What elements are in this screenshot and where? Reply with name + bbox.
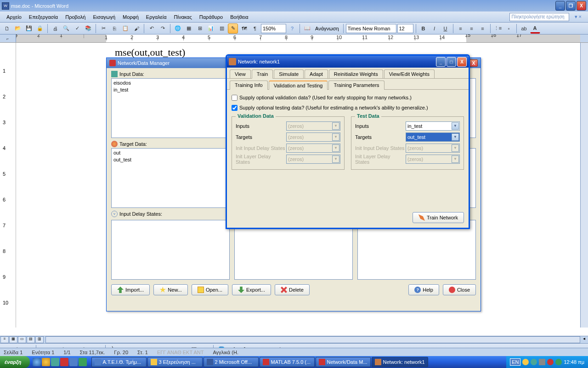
tables-borders-icon[interactable]: ▦ [184, 23, 194, 34]
web-view-icon[interactable]: ▦ [9, 336, 17, 343]
tab-training-params[interactable]: Training Parameters [328, 80, 384, 90]
start-button[interactable]: έναρξη [0, 356, 30, 368]
show-marks-icon[interactable]: ¶ [250, 23, 260, 34]
align-center-icon[interactable]: ≡ [467, 23, 477, 34]
tray-icon-4[interactable] [555, 359, 562, 365]
docmap-icon[interactable]: 🗺 [239, 23, 249, 34]
test-inputs-combo[interactable]: in_test▼ [406, 121, 460, 131]
network-minimize[interactable]: _ [436, 57, 446, 67]
menu-table[interactable]: Πίνακας [170, 13, 196, 21]
tab-view[interactable]: View [230, 69, 251, 78]
tray-icon-3[interactable] [547, 359, 554, 365]
taskbar-datamgr[interactable]: Network/Data M... [316, 357, 371, 367]
align-right-icon[interactable]: ≡ [478, 23, 488, 34]
taskbar-explorer[interactable]: 3 Εξερεύνηση ... [147, 357, 203, 367]
tray-icon-2[interactable] [531, 359, 537, 365]
align-left-icon[interactable]: ≡ [456, 23, 466, 34]
print-view-icon[interactable]: ▭ [18, 336, 26, 343]
taskbar-word[interactable]: 2 Microsoft Off... [204, 357, 259, 367]
paste-icon[interactable]: 📋 [120, 23, 130, 34]
tab-viewedit-weights[interactable]: View/Edit Weights [384, 69, 435, 78]
horizontal-scrollbar[interactable] [45, 336, 580, 343]
tray-lang[interactable]: EN [510, 358, 520, 366]
bold-icon[interactable]: B [418, 23, 429, 34]
menu-help[interactable]: Βοήθεια [226, 13, 252, 21]
menu-insert[interactable]: Εισαγωγή [89, 13, 119, 21]
open-icon[interactable]: 📂 [13, 23, 23, 34]
highlight-icon[interactable]: ab [519, 23, 529, 34]
window-restore[interactable]: ❐ [566, 1, 576, 11]
new-button[interactable]: New... [153, 284, 188, 295]
italic-icon[interactable]: I [430, 23, 440, 34]
validation-checkbox[interactable] [232, 95, 237, 101]
font-combo[interactable] [346, 24, 396, 33]
export-button[interactable]: Export... [232, 284, 271, 295]
test-targets-combo[interactable]: out_test▼ [406, 132, 460, 142]
window-close[interactable]: X [577, 1, 586, 11]
menu-tools[interactable]: Εργαλεία [142, 13, 170, 21]
format-painter-icon[interactable]: 🖌 [131, 23, 141, 34]
redo-icon[interactable]: ↷ [158, 23, 168, 34]
excel-icon[interactable]: 📊 [206, 23, 216, 34]
system-tray[interactable]: EN 12:48 πμ [506, 356, 588, 368]
open-button[interactable]: Open... [192, 284, 228, 295]
menu-file[interactable]: Αρχείο [3, 13, 25, 21]
import-button[interactable]: Import... [111, 284, 150, 295]
menu-view[interactable]: Προβολή [62, 13, 89, 21]
normal-view-icon[interactable]: ≡ [0, 336, 9, 343]
taskbar-matlab[interactable]: MATLAB 7.5.0 (... [260, 357, 315, 367]
vertical-ruler[interactable]: 1 2 3 4 5 6 7 8 9 10 [0, 43, 16, 328]
ql-app3-icon[interactable] [79, 358, 87, 366]
menu-window[interactable]: Παράθυρο [196, 13, 226, 21]
window-minimize[interactable]: _ [555, 1, 565, 11]
menu-edit[interactable]: Επεξεργασία [25, 13, 62, 21]
new-doc-icon[interactable]: 🗋 [2, 23, 12, 34]
insert-table-icon[interactable]: ⊞ [195, 23, 205, 34]
network-maximize[interactable]: □ [447, 57, 456, 67]
tray-volume-icon[interactable] [539, 359, 545, 365]
cut-icon[interactable]: ✂ [98, 23, 108, 34]
help-button[interactable]: ?Help [408, 284, 439, 295]
tray-icon-1[interactable] [522, 359, 529, 365]
horizontal-ruler[interactable]: ⌐ 3 2 1 1 2 3 4 5 6 7 8 9 10 11 12 13 14… [0, 34, 588, 43]
network-close[interactable]: X [457, 57, 467, 67]
hyperlink-icon[interactable]: 🌐 [173, 23, 183, 34]
tab-simulate[interactable]: Simulate [274, 69, 304, 78]
underline-icon[interactable]: U [441, 23, 451, 34]
taskbar-network[interactable]: Network: network1 [372, 357, 428, 367]
permission-icon[interactable]: 🔒 [35, 23, 45, 34]
numbering-icon[interactable]: ⋮≡ [493, 23, 503, 34]
read-label[interactable]: Ανάγνωση [313, 26, 341, 31]
vertical-scrollbar[interactable] [580, 43, 588, 328]
ql-ie-icon[interactable] [33, 358, 41, 366]
data-manager-close[interactable]: X [469, 59, 478, 67]
preview-icon[interactable]: 🔍 [61, 23, 71, 34]
columns-icon[interactable]: ▥ [217, 23, 227, 34]
spell-icon[interactable]: ✓ [72, 23, 82, 34]
read-mode-icon[interactable]: 📖 [302, 23, 312, 34]
ql-app2-icon[interactable] [69, 358, 78, 366]
drawing-icon[interactable]: ✎ [228, 23, 238, 34]
taskbar-ie[interactable]: A.T.E.I.Θ. Τμήμ... [91, 357, 147, 367]
border-icon[interactable]: ▫ [504, 23, 514, 34]
train-network-button[interactable]: Train Network [413, 212, 464, 223]
tab-train[interactable]: Train [252, 69, 273, 79]
delay-list-1[interactable] [111, 220, 230, 280]
save-icon[interactable]: 💾 [24, 23, 34, 34]
close-button[interactable]: Close [443, 284, 476, 295]
outline-view-icon[interactable]: ▤ [27, 336, 35, 343]
tray-clock[interactable]: 12:48 πμ [564, 359, 584, 365]
ql-desktop-icon[interactable] [51, 358, 59, 366]
zoom-combo[interactable] [261, 24, 286, 33]
ql-media-icon[interactable] [42, 358, 50, 366]
font-color-icon[interactable]: A [530, 23, 540, 34]
menu-format[interactable]: Μορφή [119, 13, 142, 21]
tab-adapt[interactable]: Adapt [305, 69, 328, 78]
undo-icon[interactable]: ↶ [147, 23, 157, 34]
reading-view-icon[interactable]: ▥ [35, 336, 44, 343]
ql-app1-icon[interactable] [60, 358, 68, 366]
fontsize-combo[interactable] [397, 24, 413, 33]
tab-reinitialize[interactable]: Reinitialize Weights [329, 69, 383, 78]
testing-checkbox[interactable] [232, 105, 237, 111]
tab-validation-testing[interactable]: Validation and Testing [269, 80, 328, 90]
